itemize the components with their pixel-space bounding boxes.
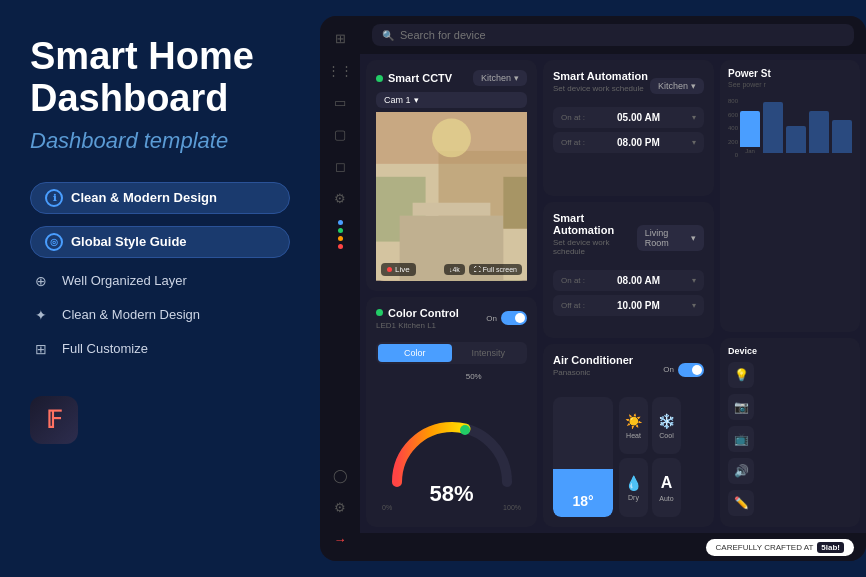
cctv-card: Smart CCTV Kitchen ▾ Cam 1 ▾ (366, 60, 537, 291)
cctv-quality[interactable]: ↓4k (444, 264, 465, 275)
automation-2-card: Smart Automation Set device work schedul… (543, 202, 714, 338)
sidebar-chat-icon[interactable]: ◻ (326, 152, 354, 180)
auto2-chevron-icon: ▾ (691, 233, 696, 243)
dashboard-main: 🔍 Smart CCTV Kitchen ▾ (360, 16, 866, 561)
feature-label-1: Clean & Modern Design (71, 190, 217, 205)
color-toggle[interactable] (501, 311, 527, 325)
device-card: Device 💡 📷 📺 🔊 ✏️ (720, 338, 860, 527)
cctv-overlay: Live ↓4k ⛶ Full screen (381, 263, 522, 276)
sidebar-logout-icon[interactable]: → (326, 525, 354, 553)
dot-orange (338, 236, 343, 241)
device-icon-2[interactable]: 📷 (728, 394, 754, 420)
feature-plain-design2: ✦ Clean & Modern Design (30, 304, 290, 326)
auto1-room-dropdown[interactable]: Kitchen ▾ (650, 78, 704, 94)
live-dot (387, 267, 392, 272)
target-icon: ◎ (45, 233, 63, 251)
auto-label: Auto (659, 495, 673, 502)
power-card: Power St See power r 800 600 400 200 0 (720, 60, 860, 332)
gauge-container: 58% 0% 50% 100% (376, 370, 527, 518)
svg-point-6 (432, 118, 471, 157)
crafted-text: CAREFULLY CRAFTED AT (716, 543, 814, 552)
subtitle: Dashboard template (30, 128, 290, 154)
auto1-off-chevron: ▾ (692, 138, 696, 147)
cctv-feed: Live ↓4k ⛶ Full screen (376, 112, 527, 281)
ac-title: Air Conditioner (553, 354, 633, 366)
bar-3-fill (786, 126, 806, 153)
auto-icon: A (661, 474, 673, 492)
dashboard-sidebar: ⊞ ⋮⋮ ▭ ▢ ◻ ⚙ ◯ ⚙ → (320, 16, 360, 561)
bar-chart-container: 800 600 400 200 0 Jan (728, 94, 852, 158)
y-200: 200 (728, 139, 738, 145)
color-control-card: Color Control LED1 Kitchen L1 On Color I… (366, 297, 537, 528)
tab-intensity[interactable]: Intensity (452, 344, 526, 362)
feature-badge-design: ℹ Clean & Modern Design (30, 182, 290, 214)
feature-label-3: Well Organized Layer (62, 273, 187, 288)
color-status-label: On (486, 314, 497, 323)
tab-color[interactable]: Color (378, 344, 452, 362)
svg-point-8 (460, 425, 470, 435)
feature-label-2: Global Style Guide (71, 234, 187, 249)
dot-group (338, 220, 343, 249)
ac-header: Air Conditioner Panasonic On (553, 354, 704, 385)
auto2-room-dropdown[interactable]: Living Room ▾ (637, 225, 704, 251)
bar-4 (809, 111, 829, 154)
ac-btn-grid-left: ☀️ Heat ❄️ Cool 💧 Dry (619, 397, 681, 517)
y-600: 600 (728, 112, 738, 118)
auto2-off-label: Off at : (561, 301, 585, 310)
color-header: Color Control LED1 Kitchen L1 On (376, 307, 527, 330)
feature-badge-style: ◎ Global Style Guide (30, 226, 290, 258)
dashboard-topbar: 🔍 (360, 16, 866, 54)
feature-label-4: Clean & Modern Design (62, 307, 200, 322)
ac-dry-btn[interactable]: 💧 Dry (619, 458, 648, 517)
sidebar-user-icon[interactable]: ◯ (326, 461, 354, 489)
ac-heat-btn[interactable]: ☀️ Heat (619, 397, 648, 454)
device-icons-row: 💡 📷 📺 🔊 ✏️ (728, 362, 852, 519)
bar-chart: Jan (740, 94, 852, 154)
sidebar-home-icon[interactable]: ⊞ (326, 24, 354, 52)
bar-2-fill (763, 102, 783, 153)
auto1-on-label: On at : (561, 113, 585, 122)
device-icon-3[interactable]: 📺 (728, 426, 754, 452)
dry-label: Dry (628, 494, 639, 501)
sidebar-settings-icon[interactable]: ⚙ (326, 184, 354, 212)
sidebar-lock-icon[interactable]: ⚙ (326, 493, 354, 521)
gauge-value: 58% (429, 481, 473, 507)
auto1-on-time: 05.00 AM (617, 112, 660, 123)
gauge-svg (382, 402, 522, 492)
device-icon-5[interactable]: ✏️ (728, 490, 754, 516)
ac-cool-btn[interactable]: ❄️ Cool (652, 397, 681, 454)
sparkle-icon: ✦ (30, 304, 52, 326)
search-container[interactable]: 🔍 (372, 24, 854, 46)
auto1-on-row: On at : 05.00 AM ▾ (553, 107, 704, 128)
dry-icon: 💧 (625, 475, 642, 491)
chevron-icon: ▾ (514, 73, 519, 83)
ac-status-label: On (663, 365, 674, 374)
auto1-subtitle: Set device work schedule (553, 84, 648, 93)
y-400: 400 (728, 125, 738, 131)
search-input[interactable] (400, 29, 844, 41)
cctv-header: Smart CCTV Kitchen ▾ (376, 70, 527, 86)
auto2-on-row: On at : 08.00 AM ▾ (553, 270, 704, 291)
svg-rect-5 (413, 203, 491, 216)
device-icon-1[interactable]: 💡 (728, 362, 754, 388)
main-title: Smart HomeDashboard (30, 36, 290, 120)
gauge-max: 100% (503, 504, 521, 511)
cctv-fullscreen[interactable]: ⛶ Full screen (469, 264, 522, 275)
cctv-controls: ↓4k ⛶ Full screen (444, 264, 522, 275)
automation-1-card: Smart Automation Set device work schedul… (543, 60, 714, 196)
cam-selector[interactable]: Cam 1 ▾ (376, 92, 527, 108)
bar-jan: Jan (740, 111, 760, 154)
device-icon-4[interactable]: 🔊 (728, 458, 754, 484)
cctv-room-dropdown[interactable]: Kitchen ▾ (473, 70, 527, 86)
ac-auto-btn[interactable]: A Auto (652, 458, 681, 517)
auto1-chevron-icon: ▾ (691, 81, 696, 91)
search-icon: 🔍 (382, 30, 394, 41)
sidebar-grid-icon[interactable]: ⋮⋮ (326, 56, 354, 84)
sidebar-camera-icon[interactable]: ▭ (326, 88, 354, 116)
sidebar-tv-icon[interactable]: ▢ (326, 120, 354, 148)
auto1-off-time: 08.00 PM (617, 137, 660, 148)
color-title: Color Control (376, 307, 459, 319)
figma-icon: 𝔽 (46, 406, 62, 434)
ac-toggle[interactable] (678, 363, 704, 377)
live-badge: Live (381, 263, 416, 276)
